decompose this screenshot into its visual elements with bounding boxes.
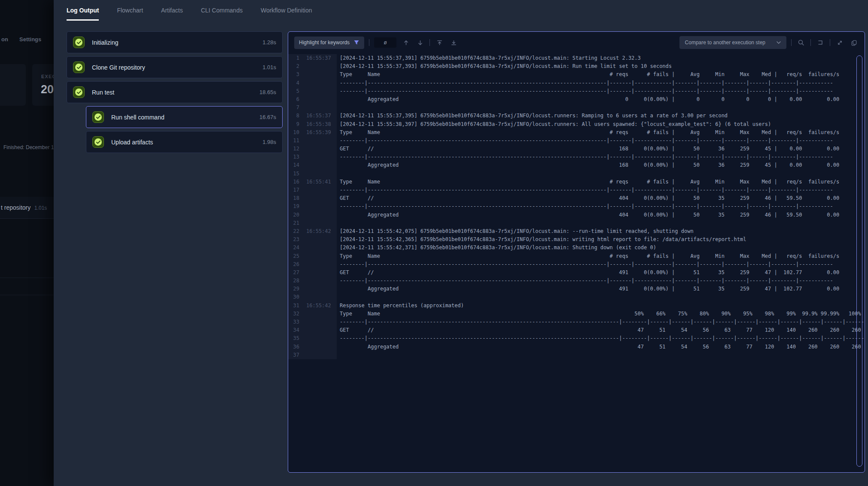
success-check-icon (73, 61, 85, 73)
expand-icon[interactable] (835, 38, 844, 47)
line-timestamp (299, 219, 306, 227)
success-check-icon (73, 37, 85, 48)
line-number: 1 (288, 54, 299, 62)
log-line: 1016:55:39Type Name # reqs # fails | Avg… (288, 128, 865, 137)
background-nav-item-partial: on (1, 36, 8, 43)
line-text: [2024-12-11 15:55:42,365] 6759b5eb01be01… (340, 235, 746, 244)
line-number: 17 (288, 186, 299, 194)
log-line: 11--------|-----------------------------… (288, 137, 865, 145)
line-timestamp: 16:55:39 (299, 128, 331, 137)
match-prev-arrow-icon[interactable] (401, 38, 411, 47)
compare-step-select[interactable]: Compare to another execution step (679, 36, 786, 49)
step-run-shell-command[interactable]: Run shell command16.67s (86, 106, 283, 128)
log-line: 23[2024-12-11 15:55:42,365] 6759b5eb01be… (288, 235, 865, 244)
step-upload-artifacts[interactable]: Upload artifacts1.98s (86, 131, 283, 153)
match-next-arrow-icon[interactable] (415, 38, 425, 47)
line-text: --------|-------------------------------… (340, 153, 833, 161)
tab-bar: Log OutputFlowchartArtifactsCLI Commands… (67, 0, 859, 21)
step-run-test[interactable]: Run test18.65s (67, 81, 283, 103)
line-timestamp (299, 235, 306, 244)
copy-icon[interactable] (849, 38, 859, 47)
scroll-to-bottom-icon[interactable] (449, 38, 458, 47)
line-number: 27 (288, 269, 299, 277)
line-number: 12 (288, 145, 299, 153)
log-line: 21 (288, 219, 865, 227)
line-number: 9 (288, 120, 299, 128)
success-check-icon (92, 111, 104, 123)
filter-funnel-icon (353, 40, 359, 46)
line-number: 29 (288, 285, 299, 293)
log-line: 916:55:38[2024-12-11 15:55:38,397] 6759b… (288, 120, 865, 128)
log-body: 116:55:37[2024-12-11 15:55:37,391] 6759b… (288, 54, 865, 359)
line-text: [2024-12-11 15:55:42,075] 6759b5eb01be01… (340, 227, 694, 235)
log-gutter: 17 (288, 186, 337, 194)
line-timestamp: 16:55:41 (299, 178, 331, 186)
line-text: Response time percentiles (approximated) (340, 302, 464, 310)
log-gutter: 2 (288, 62, 337, 70)
line-number: 8 (288, 112, 299, 120)
line-text: Aggregated 491 0(0.00%) | 51 35 259 47 |… (340, 285, 839, 293)
log-line: 13--------|-----------------------------… (288, 153, 865, 161)
line-text: GET // 168 0(0.00%) | 50 36 259 45 | 0.0… (340, 145, 839, 153)
log-line: 30 (288, 293, 865, 301)
log-output-panel: Highlight for keywords ø Compa (288, 31, 865, 473)
tab-workflow-definition[interactable]: Workflow Definition (261, 0, 312, 21)
log-line: 816:55:37[2024-12-11 15:55:37,395] 6759b… (288, 112, 865, 120)
step-clone-git-repository[interactable]: Clone Git repository1.01s (67, 56, 283, 78)
line-text: --------|-------------------------------… (340, 202, 833, 211)
log-line: 37 (288, 351, 865, 359)
line-timestamp (299, 269, 306, 277)
step-initializing[interactable]: Initializing1.28s (67, 31, 283, 53)
log-gutter: 15 (288, 170, 337, 178)
divider (791, 39, 792, 46)
log-gutter: 5 (288, 87, 337, 95)
line-timestamp: 16:55:37 (299, 54, 331, 62)
tab-cli-commands[interactable]: CLI Commands (201, 0, 243, 21)
highlight-keywords-button[interactable]: Highlight for keywords (294, 37, 364, 49)
divider (369, 39, 369, 46)
line-number: 20 (288, 211, 299, 219)
log-gutter: 19 (288, 202, 337, 211)
log-line: 29 Aggregated 491 0(0.00%) | 51 35 259 4… (288, 285, 865, 293)
wrap-lines-icon[interactable] (816, 38, 825, 47)
log-line: 36 Aggregated 47 51 54 56 63 77 120 140 … (288, 343, 865, 351)
step-duration: 1.98s (262, 139, 276, 145)
background-page: on Settings EXEC 20. Finished: December … (0, 0, 54, 486)
line-timestamp (299, 87, 306, 95)
line-text: --------|-------------------------------… (340, 79, 833, 87)
divider (830, 39, 830, 46)
line-number: 16 (288, 178, 299, 186)
line-timestamp: 16:55:42 (299, 302, 331, 310)
line-timestamp (299, 62, 306, 70)
log-gutter: 23 (288, 235, 337, 244)
log-gutter: 2216:55:42 (288, 227, 337, 235)
log-gutter: 36 (288, 343, 337, 351)
log-line: 12GET // 168 0(0.00%) | 50 36 259 45 | 0… (288, 145, 865, 153)
line-number: 10 (288, 128, 299, 137)
line-text: Aggregated 47 51 54 56 63 77 120 140 260… (340, 343, 861, 351)
line-number: 2 (288, 62, 299, 70)
log-line: 28--------|-----------------------------… (288, 277, 865, 285)
line-text: GET // 47 51 54 56 63 77 120 140 260 260… (340, 326, 861, 334)
log-gutter: 35 (288, 334, 337, 342)
step-duration: 1.01s (262, 64, 276, 70)
tab-artifacts[interactable]: Artifacts (161, 0, 183, 21)
log-line: 4--------|------------------------------… (288, 79, 865, 87)
log-scrollbar-thumb[interactable] (856, 55, 862, 467)
log-line: 3116:55:42Response time percentiles (app… (288, 302, 865, 310)
line-text: Type Name # reqs # fails | Avg Min Max M… (340, 70, 839, 79)
log-line: 24[2024-12-11 15:55:42,371] 6759b5eb01be… (288, 244, 865, 252)
tab-flowchart[interactable]: Flowchart (117, 0, 143, 21)
log-line: 32Type Name 50% 66% 75% 80% 90% 95% 98% … (288, 310, 865, 318)
search-icon[interactable] (796, 38, 806, 47)
scroll-to-top-icon[interactable] (435, 38, 444, 47)
log-gutter: 33 (288, 318, 337, 326)
line-number: 6 (288, 95, 299, 104)
line-text: --------|-------------------------------… (340, 277, 833, 285)
log-gutter: 21 (288, 219, 337, 227)
tab-log-output[interactable]: Log Output (67, 0, 99, 21)
log-line: 15 (288, 170, 865, 178)
line-timestamp (299, 326, 306, 334)
log-gutter: 27 (288, 269, 337, 277)
log-line: 7 (288, 104, 865, 112)
